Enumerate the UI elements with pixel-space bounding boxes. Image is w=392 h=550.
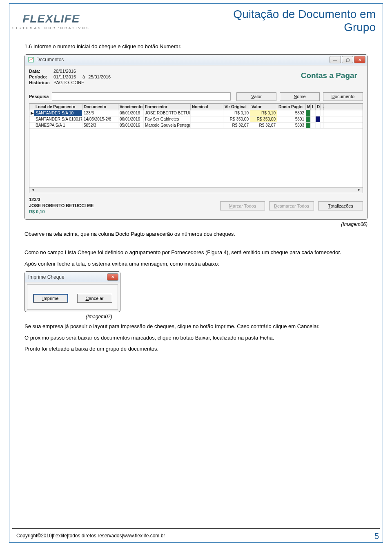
col-nominal[interactable]: Nominal: [191, 104, 223, 110]
cell-vlr-original: R$ 350,00: [223, 116, 250, 122]
window-titlebar[interactable]: Documentos — ▢ ✕: [25, 55, 367, 65]
cell-vencimento: 05/01/2016: [118, 123, 144, 128]
filter-buttons: Valor Nome Documento: [236, 92, 363, 101]
col-m[interactable]: M: [306, 104, 311, 110]
dialog-close-button[interactable]: ✕: [107, 273, 118, 281]
col-d[interactable]: D: [316, 104, 321, 110]
logo-sub: SISTEMAS CORPORATIVOS: [12, 26, 90, 30]
historico-value: PAGTO. CONF: [53, 80, 84, 85]
doc-title-line1: Quitação de Documento em: [233, 8, 376, 20]
totalizacoes-button[interactable]: Totalizações: [318, 201, 363, 210]
col-valor[interactable]: Valor: [250, 104, 277, 110]
periodo-a: à: [82, 74, 85, 79]
cell-nominal: [191, 123, 223, 128]
para-pronto: Pronto foi efetuado a baixa de um grupo …: [24, 345, 368, 353]
window-app-icon: [28, 57, 34, 63]
horizontal-scrollbar[interactable]: [29, 187, 363, 193]
footer-amount: R$ 0,10: [29, 209, 94, 215]
cell-flag-i: [311, 110, 316, 116]
footer-buttons: Marcar Todos Desmarcar Todos Totalizaçõe…: [220, 201, 363, 210]
imprime-cheque-dialog: Imprime Cheque ✕ Imprime Cancelar: [24, 271, 120, 312]
historico-label: Histórico:: [29, 80, 53, 85]
logo: FLEXLIFE SISTEMAS CORPORATIVOS: [12, 12, 90, 30]
search-input[interactable]: [52, 92, 231, 101]
filter-valor-button[interactable]: Valor: [236, 92, 276, 101]
documentos-window: Documentos — ▢ ✕ Data: 20/01/2016 Períod…: [24, 54, 368, 220]
col-fornecedor[interactable]: Fornecedor: [144, 104, 191, 110]
documents-grid[interactable]: Local de Pagamento Documento Vencimento …: [29, 103, 363, 193]
cell-flag-i: [311, 116, 316, 122]
minimize-button[interactable]: —: [330, 56, 341, 63]
cell-documento: 5052/3: [82, 123, 118, 128]
cell-docto-pagto: 5802: [277, 110, 306, 116]
window-controls: — ▢ ✕: [330, 56, 365, 63]
col-i[interactable]: I: [311, 104, 316, 110]
periodo-label: Período:: [29, 74, 53, 79]
col-caret[interactable]: ▲: [321, 104, 324, 110]
dialog-titlebar[interactable]: Imprime Cheque ✕: [25, 272, 120, 282]
footer-info: 123/3 JOSE ROBERTO BETUCCI ME R$ 0,10: [29, 197, 94, 215]
data-label: Data:: [29, 69, 53, 74]
cell-vencimento: 06/01/2016: [118, 116, 144, 122]
window-title: Documentos: [36, 57, 64, 63]
cell-nominal: [191, 116, 223, 122]
cell-docto-pagto: 5801: [277, 116, 306, 122]
grid-header[interactable]: Local de Pagamento Documento Vencimento …: [29, 104, 363, 110]
para-proximo: O próximo passo será baixar os documento…: [24, 334, 368, 342]
cell-local: BANESPA S/A 1: [34, 123, 82, 128]
cell-nominal: [191, 110, 223, 116]
cell-valor: R$ 350,00: [250, 116, 277, 122]
doc-title-line2: Grupo: [344, 21, 376, 34]
search-label: Pesquisa: [29, 94, 49, 99]
desmarcar-todos-button[interactable]: Desmarcar Todos: [269, 201, 314, 210]
content: 1.6 Informe o numero inicial do cheque e…: [24, 43, 368, 357]
dialog-body: Imprime Cancelar: [27, 284, 118, 310]
maximize-button[interactable]: ▢: [342, 56, 353, 63]
table-row[interactable]: BANESPA S/A 1 5052/3 05/01/2016 Marcelo …: [29, 123, 363, 129]
para-como: Como no campo Lista Cheque foi definido …: [24, 249, 368, 256]
para-sesua: Se sua empresa já possuir o layout para …: [24, 323, 368, 330]
cell-documento: 14/05/2015-2/8: [82, 116, 118, 122]
col-docto-pagto[interactable]: Docto Pagto: [277, 104, 306, 110]
bottom-rule: [12, 528, 380, 529]
cell-valor: R$ 32,67: [250, 123, 277, 128]
periodo-from: 01/11/2015: [53, 74, 76, 79]
table-row[interactable]: ▶ SANTANDER S/A 10 123/3 06/01/2016 JOSE…: [29, 110, 363, 116]
cell-vlr-original: R$ 0,10: [223, 110, 250, 116]
grid-footer: 123/3 JOSE ROBERTO BETUCCI ME R$ 0,10 Ma…: [29, 197, 363, 215]
cell-flag-d: [316, 110, 321, 116]
imprime-button[interactable]: Imprime: [33, 294, 68, 303]
filter-documento-button[interactable]: Documento: [323, 92, 363, 101]
cell-documento: 123/3: [82, 110, 118, 116]
cell-vencimento: 06/01/2016: [118, 110, 144, 116]
dialog-title: Imprime Cheque: [28, 274, 65, 280]
image-caption-07: (Imagem07): [86, 314, 368, 320]
cell-flag-m: [306, 110, 311, 116]
page-number: 5: [374, 532, 379, 541]
col-vencimento[interactable]: Vencimento: [118, 104, 144, 110]
cell-flag-d: [316, 116, 321, 122]
cancelar-button[interactable]: Cancelar: [77, 294, 112, 303]
image-caption-06: (Imagem06): [24, 221, 368, 227]
table-row[interactable]: SANTANDER S/A 01001786 14/05/2015-2/8 06…: [29, 116, 363, 123]
cell-docto-pagto: 5803: [277, 123, 306, 128]
footer-docnum: 123/3: [29, 197, 94, 203]
cell-flag-m: [306, 116, 311, 122]
section-heading: 1.6 Informe o numero inicial do cheque e…: [24, 43, 368, 50]
header-info: Data: 20/01/2016 Período: 01/11/2015 à 2…: [29, 69, 363, 89]
window-body: Data: 20/01/2016 Período: 01/11/2015 à 2…: [25, 65, 367, 219]
col-local[interactable]: Local de Pagamento: [34, 104, 82, 110]
doc-title: Quitação de Documento em Grupo: [233, 8, 380, 34]
para-observe: Observe na tela acima, que na coluna Doc…: [24, 230, 368, 238]
close-button[interactable]: ✕: [354, 56, 365, 63]
marcar-todos-button[interactable]: Marcar Todos: [220, 201, 265, 210]
data-value: 20/01/2016: [53, 69, 76, 74]
cell-flag-i: [311, 123, 316, 128]
contas-a-pagar-title: Contas a Pagar: [301, 71, 357, 80]
filter-nome-button[interactable]: Nome: [280, 92, 320, 101]
col-documento[interactable]: Documento: [82, 104, 118, 110]
col-vlr-original[interactable]: Vlr Original: [223, 104, 250, 110]
cell-fornecedor: Fay Ser Gabinetes: [144, 116, 191, 122]
cell-flag-m: [306, 123, 311, 128]
para-apos: Após conferir feche a tela, o sistema ex…: [24, 260, 368, 268]
